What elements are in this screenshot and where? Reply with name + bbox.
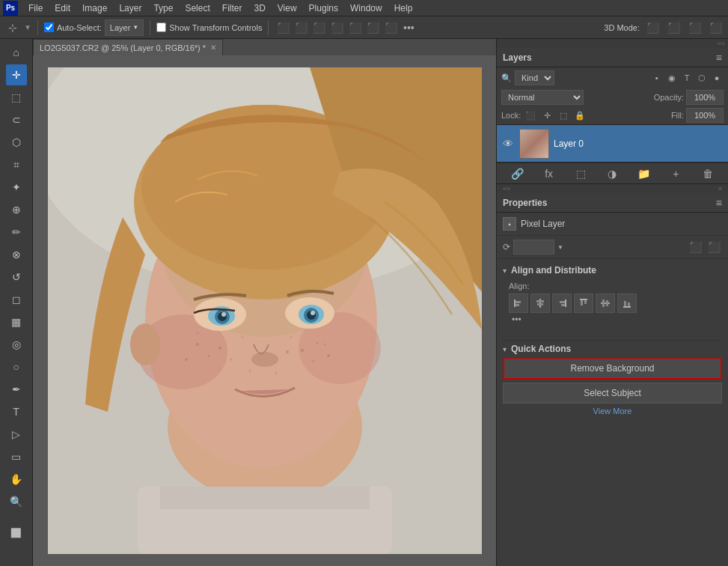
canvas-close-btn[interactable]: ✕ (210, 40, 216, 56)
pen-tool-icon[interactable]: ✒ (6, 379, 27, 400)
brush-tool-icon[interactable]: ✏ (6, 222, 27, 243)
menu-edit[interactable]: Edit (49, 0, 76, 16)
auto-select-checkbox[interactable] (44, 22, 54, 32)
lock-all-icon[interactable]: 🔒 (573, 109, 587, 122)
object-select-icon[interactable]: ⬡ (6, 132, 27, 153)
align-middle-icon[interactable]: ⬛ (346, 19, 363, 36)
flip-horizontal-icon[interactable]: ⬛ (687, 239, 703, 255)
3d-icon-4[interactable]: ⬛ (707, 19, 724, 36)
resize-arrows-icon[interactable]: «» (718, 40, 725, 47)
auto-select-control[interactable]: Auto-Select: (44, 22, 102, 32)
fill-input[interactable]: 100% (686, 108, 724, 123)
dodge-icon[interactable]: ○ (6, 356, 27, 377)
move-icon[interactable]: ⊹ (4, 19, 21, 36)
path-select-icon[interactable]: ▷ (6, 424, 27, 445)
align-top-icon[interactable]: ⬛ (328, 19, 345, 36)
show-transform-control[interactable]: Show Transform Controls (156, 22, 262, 32)
layers-panel-menu-icon[interactable]: ≡ (716, 52, 722, 64)
more-align-icon[interactable]: ••• (400, 19, 417, 36)
filter-pixel-icon[interactable]: ▪ (650, 71, 664, 85)
type-tool-icon[interactable]: T (6, 401, 27, 422)
panel-collapse-icon[interactable]: «» (503, 185, 510, 192)
flip-vertical-icon[interactable]: ⬛ (706, 239, 722, 255)
home-icon[interactable]: ⌂ (6, 42, 27, 63)
menu-file[interactable]: File (22, 0, 49, 16)
menu-filter[interactable]: Filter (216, 0, 248, 16)
history-brush-icon[interactable]: ↺ (6, 267, 27, 287)
align-left-icon[interactable]: ⬛ (275, 19, 291, 36)
zoom-tool-icon[interactable]: 🔍 (6, 491, 27, 512)
new-fill-icon[interactable]: ◑ (604, 165, 620, 182)
lock-artboards-icon[interactable]: ⬚ (557, 109, 570, 122)
3d-icon-1[interactable]: ⬛ (644, 19, 661, 36)
layer-visibility-icon[interactable]: 👁 (501, 137, 515, 150)
remove-background-button[interactable]: Remove Background (503, 357, 722, 380)
lock-position-icon[interactable]: ✛ (540, 109, 554, 122)
menu-image[interactable]: Image (76, 0, 113, 16)
filter-type-icon[interactable]: T (680, 71, 694, 85)
canvas-content[interactable] (33, 55, 496, 566)
view-more-link[interactable]: View More (503, 407, 722, 416)
layers-panel: Layers ≡ 🔍 Kind ▪ ◉ T ⬡ ● (497, 48, 728, 184)
select-subject-button[interactable]: Select Subject (503, 383, 722, 404)
distribute-icon[interactable]: ⬛ (382, 19, 399, 36)
align-vertical-centers-btn[interactable] (596, 293, 615, 313)
lasso-tool-icon[interactable]: ⊂ (6, 109, 27, 130)
lock-pixels-icon[interactable]: ⬛ (524, 109, 537, 122)
marquee-tool-icon[interactable]: ⬚ (6, 87, 27, 108)
layer-select-btn[interactable]: Layer ▼ (105, 19, 144, 36)
move-tool-icon[interactable]: ✛ (6, 64, 27, 85)
align-horizontal-centers-btn[interactable] (530, 293, 550, 313)
show-transform-checkbox[interactable] (156, 22, 166, 32)
hand-tool-icon[interactable]: ✋ (6, 469, 27, 490)
gradient-icon[interactable]: ▦ (6, 311, 27, 332)
new-group-icon[interactable]: 📁 (636, 165, 652, 182)
layers-kind-select[interactable]: Kind (515, 70, 554, 85)
properties-menu-icon[interactable]: ≡ (716, 197, 722, 209)
menu-3d[interactable]: 3D (248, 0, 271, 16)
menu-select[interactable]: Select (179, 0, 215, 16)
blend-mode-select[interactable]: Normal (501, 90, 584, 105)
quick-actions-header[interactable]: ▾ Quick Actions (503, 340, 722, 357)
menu-window[interactable]: Window (344, 0, 388, 16)
blur-icon[interactable]: ◎ (6, 334, 27, 355)
align-left-edges-btn[interactable] (509, 293, 528, 313)
shape-tool-icon[interactable]: ▭ (6, 446, 27, 467)
delete-layer-icon[interactable]: 🗑 (700, 165, 716, 182)
angle-chevron[interactable]: ▼ (557, 244, 563, 251)
menu-view[interactable]: View (272, 0, 303, 16)
opacity-input[interactable]: 100% (686, 90, 724, 105)
healing-brush-icon[interactable]: ⊕ (6, 199, 27, 220)
filter-shape-icon[interactable]: ⬡ (695, 71, 709, 85)
panel-menu-icon[interactable]: ≡ (718, 185, 722, 192)
align-center-icon[interactable]: ⬛ (293, 19, 309, 36)
align-section-header[interactable]: ▾ Align and Distribute (503, 262, 722, 279)
eyedropper-icon[interactable]: ✦ (6, 177, 27, 198)
canvas-tab-main[interactable]: LO2G5037.CR2 @ 25% (Layer 0, RGB/16*) * … (33, 39, 223, 55)
filter-adjust-icon[interactable]: ◉ (665, 71, 679, 85)
foreground-color[interactable]: ◼ (6, 521, 27, 542)
layer-item-0[interactable]: 👁 Layer 0 (497, 125, 728, 162)
3d-icon-2[interactable]: ⬛ (665, 19, 682, 36)
crop-tool-icon[interactable]: ⌗ (6, 154, 27, 175)
menu-help[interactable]: Help (388, 0, 419, 16)
3d-icon-3[interactable]: ⬛ (686, 19, 703, 36)
menu-type[interactable]: Type (147, 0, 179, 16)
menu-layer[interactable]: Layer (113, 0, 147, 16)
link-layers-icon[interactable]: 🔗 (509, 165, 525, 182)
add-mask-icon[interactable]: ⬚ (572, 165, 589, 182)
align-top-edges-btn[interactable] (574, 293, 593, 313)
align-right-icon[interactable]: ⬛ (311, 19, 327, 36)
filter-smart-icon[interactable]: ● (710, 71, 724, 85)
angle-input[interactable]: 0.00° (513, 240, 554, 255)
toolbar-separator-2 (150, 20, 150, 35)
align-right-edges-btn[interactable] (552, 293, 572, 313)
eraser-icon[interactable]: ◻ (6, 289, 27, 310)
clone-stamp-icon[interactable]: ⊗ (6, 244, 27, 265)
new-layer-icon[interactable]: + (667, 165, 684, 182)
add-layer-style-icon[interactable]: fx (541, 165, 557, 182)
align-bottom-edges-btn[interactable] (617, 293, 637, 313)
align-bottom-icon[interactable]: ⬛ (364, 19, 381, 36)
menu-plugins[interactable]: Plugins (303, 0, 344, 16)
align-more-btn[interactable]: ••• (509, 313, 524, 326)
